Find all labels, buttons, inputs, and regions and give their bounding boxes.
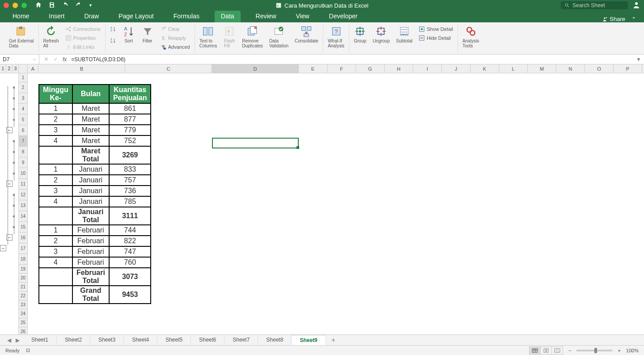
column-header-M[interactable]: M — [528, 64, 556, 73]
row-header-6[interactable]: 6 — [19, 125, 27, 136]
advanced-filter-button[interactable]: Advanced — [160, 43, 190, 51]
cell[interactable]: 757 — [109, 175, 151, 186]
cell[interactable]: 3269 — [109, 146, 151, 164]
outline-level-2[interactable]: 2 — [6, 64, 13, 73]
sheet-tab-sheet8[interactable]: Sheet8 — [258, 335, 292, 345]
cell[interactable]: 1 — [39, 164, 72, 175]
cell[interactable]: Februari — [72, 225, 109, 236]
cell[interactable]: 1 — [39, 225, 72, 236]
cell[interactable]: 752 — [109, 135, 151, 146]
cancel-formula-icon[interactable]: ✕ — [44, 56, 49, 63]
column-header-F[interactable]: F — [327, 64, 356, 73]
menu-tab-home[interactable]: Home — [8, 11, 34, 22]
cell[interactable]: 4 — [39, 257, 72, 268]
cell[interactable]: 3111 — [109, 207, 151, 225]
table-row[interactable]: 2Maret877 — [39, 114, 151, 125]
cell[interactable]: 3 — [39, 246, 72, 257]
row-header-17[interactable]: 17 — [19, 243, 27, 254]
sheet-tab-sheet5[interactable]: Sheet5 — [157, 335, 191, 345]
table-row[interactable]: 1Februari744 — [39, 225, 151, 236]
sort-desc-button[interactable]: ZA — [110, 37, 116, 45]
cell[interactable]: 736 — [109, 186, 151, 196]
flash-fill-button[interactable]: Flash Fill — [223, 25, 236, 48]
reapply-button[interactable]: Reapply — [160, 34, 190, 42]
cell[interactable]: 744 — [109, 225, 151, 236]
column-header-G[interactable]: G — [356, 64, 385, 73]
table-row[interactable]: Februari Total3073 — [39, 268, 151, 286]
home-icon[interactable] — [35, 1, 42, 10]
remove-duplicates-button[interactable]: Remove Duplicates — [242, 25, 263, 48]
save-icon[interactable] — [48, 1, 55, 10]
share-button[interactable]: Share — [602, 16, 625, 22]
zoom-level[interactable]: 100% — [626, 348, 639, 353]
collapse-ribbon-icon[interactable]: ⌃ — [631, 16, 636, 22]
column-header-N[interactable]: N — [556, 64, 585, 73]
cell[interactable]: 3 — [39, 186, 72, 196]
column-header-K[interactable]: K — [470, 64, 499, 73]
row-header-14[interactable]: 14 — [19, 211, 27, 222]
table-row[interactable]: 1Januari833 — [39, 164, 151, 175]
hide-detail-button[interactable]: Hide Detail — [419, 34, 453, 42]
sheet-nav-prev-icon[interactable]: ◀ — [7, 337, 11, 343]
cell[interactable]: 9453 — [109, 286, 151, 304]
cell[interactable]: 3073 — [109, 268, 151, 286]
table-row[interactable]: 3Februari747 — [39, 246, 151, 257]
row-header-2[interactable]: 2 — [19, 82, 27, 93]
edit-links-button[interactable]: Edit Links — [65, 43, 101, 51]
column-header-D[interactable]: D — [212, 64, 299, 73]
row-header-8[interactable]: 8 — [19, 147, 27, 157]
row-header-23[interactable]: 23 — [19, 300, 27, 309]
refresh-all-button[interactable]: Refresh All — [43, 25, 59, 48]
name-box[interactable]: D7 — [0, 55, 39, 64]
search-sheet-input[interactable]: Search Sheet — [561, 1, 628, 9]
cell[interactable]: Februari — [72, 236, 109, 246]
sheet-tab-sheet1[interactable]: Sheet1 — [23, 335, 57, 345]
zoom-in-button[interactable]: + — [618, 348, 620, 353]
table-row[interactable]: 4Maret752 — [39, 135, 151, 146]
row-header-4[interactable]: 4 — [19, 104, 27, 114]
what-if-analysis-button[interactable]: ?What-If Analysis — [328, 25, 344, 48]
column-header-L[interactable]: L — [499, 64, 528, 73]
row-header-24[interactable]: 24 — [19, 309, 27, 318]
table-row[interactable]: 3Januari736 — [39, 186, 151, 196]
sheet-tab-sheet9[interactable]: Sheet9 — [292, 335, 326, 345]
table-row[interactable]: 1Maret861 — [39, 103, 151, 114]
fill-handle[interactable] — [297, 146, 299, 149]
cell[interactable]: 2 — [39, 114, 72, 125]
cell[interactable]: Maret — [72, 103, 109, 114]
column-header-H[interactable]: H — [385, 64, 413, 73]
cell[interactable]: Februari Total — [72, 268, 109, 286]
row-header-1[interactable]: 1 — [19, 73, 27, 82]
group-button[interactable]: Group — [354, 25, 366, 43]
get-external-data-button[interactable]: Get External Data — [9, 25, 34, 48]
cell[interactable]: 4 — [39, 196, 72, 207]
row-header-20[interactable]: 20 — [19, 274, 27, 283]
cell[interactable] — [39, 268, 72, 286]
undo-icon[interactable] — [62, 1, 69, 10]
menu-tab-view[interactable]: View — [292, 11, 314, 22]
expand-formula-bar-icon[interactable]: ▼ — [633, 56, 644, 63]
user-icon[interactable] — [632, 1, 640, 10]
cell[interactable]: Januari — [72, 175, 109, 186]
qat-dropdown-icon[interactable]: ▼ — [89, 3, 93, 8]
column-header-P[interactable]: P — [614, 64, 642, 73]
cell[interactable]: 861 — [109, 103, 151, 114]
cell[interactable]: 4 — [39, 135, 72, 146]
table-row[interactable]: 4Februari760 — [39, 257, 151, 268]
sort-asc-button[interactable]: AZ — [110, 25, 116, 33]
cell[interactable]: Februari — [72, 257, 109, 268]
consolidate-button[interactable]: Consolidate — [295, 25, 318, 43]
maximize-window-button[interactable] — [21, 3, 27, 8]
view-page-break-button[interactable] — [551, 347, 563, 355]
show-detail-button[interactable]: Show Detail — [419, 25, 453, 33]
cell[interactable]: 747 — [109, 246, 151, 257]
row-header-26[interactable]: 26 — [19, 327, 27, 334]
cell[interactable]: Januari — [72, 186, 109, 196]
table-row[interactable]: Maret Total3269 — [39, 146, 151, 164]
outline-level-3[interactable]: 3 — [13, 64, 18, 73]
row-header-3[interactable]: 3 — [19, 93, 27, 104]
cell[interactable]: Januari — [72, 196, 109, 207]
accept-formula-icon[interactable]: ✓ — [53, 56, 58, 63]
menu-tab-page-layout[interactable]: Page Layout — [114, 11, 158, 22]
menu-tab-developer[interactable]: Developer — [325, 11, 362, 22]
